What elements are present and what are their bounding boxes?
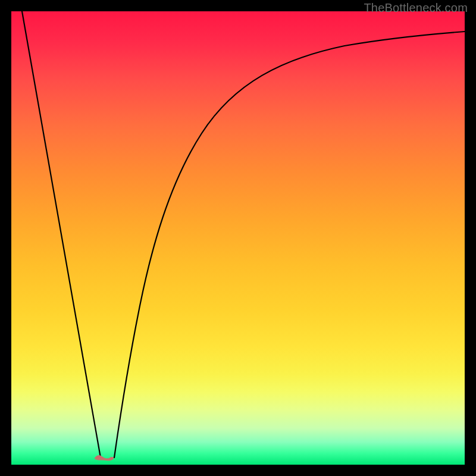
- optimal-marker: [92, 450, 116, 462]
- curve-left-descent: [22, 11, 101, 458]
- chart-curves-svg: [11, 11, 465, 465]
- watermark-label: TheBottleneck.com: [364, 1, 468, 15]
- chart-plot-area: [11, 11, 465, 465]
- curve-right-ascent: [114, 32, 465, 458]
